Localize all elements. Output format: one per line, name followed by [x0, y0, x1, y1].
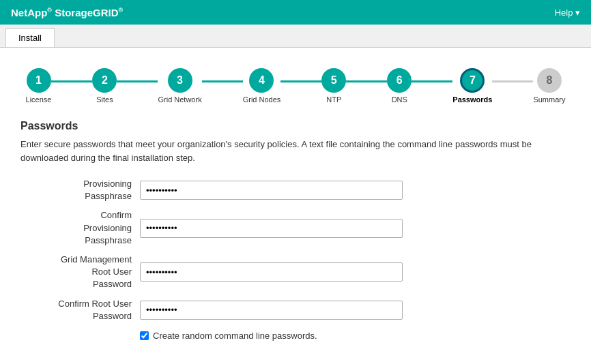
provisioning-passphrase-label: ProvisioningPassphrase: [20, 178, 140, 202]
step-7-label: Passwords: [452, 95, 492, 104]
step-8: 8 Summary: [533, 68, 565, 104]
page-title: Passwords: [20, 120, 571, 132]
confirm-root-password-input[interactable]: [140, 301, 403, 320]
connector-5-6: [346, 80, 387, 82]
connector-6-7: [412, 80, 452, 82]
netapp-reg: ®: [47, 7, 52, 14]
confirm-root-password-row: Confirm Root UserPassword: [20, 298, 571, 322]
step-3-circle: 3: [168, 68, 192, 93]
grid-management-password-input[interactable]: [140, 262, 403, 282]
connector-7-8: [492, 80, 533, 82]
header: NetApp® StorageGRID® Help: [0, 0, 591, 25]
step-2: 2 Sites: [92, 68, 117, 104]
step-2-label: Sites: [96, 95, 113, 104]
step-4: 4 Grid Nodes: [243, 68, 281, 104]
step-3: 3 Grid Network: [158, 68, 201, 104]
step-1-label: License: [26, 95, 52, 104]
step-6-label: DNS: [392, 95, 407, 104]
step-5-label: NTP: [326, 95, 341, 104]
storagegrid-reg: ®: [118, 7, 123, 14]
random-passwords-label[interactable]: Create random command line passwords.: [153, 331, 317, 341]
step-3-label: Grid Network: [158, 95, 201, 104]
step-8-circle: 8: [537, 68, 562, 93]
step-7-circle: 7: [460, 68, 485, 93]
step-4-circle: 4: [249, 68, 274, 93]
random-passwords-checkbox[interactable]: [140, 331, 149, 340]
grid-management-password-label: Grid ManagementRoot UserPassword: [20, 254, 140, 291]
confirm-provisioning-passphrase-input[interactable]: [140, 219, 403, 238]
step-6: 6 DNS: [387, 68, 412, 104]
confirm-provisioning-passphrase-row: ConfirmProvisioningPassphrase: [20, 209, 571, 247]
connector-3-4: [202, 80, 243, 82]
tab-install[interactable]: Install: [5, 28, 55, 47]
step-2-circle: 2: [92, 68, 117, 93]
confirm-provisioning-passphrase-label: ConfirmProvisioningPassphrase: [20, 209, 140, 247]
confirm-root-password-label: Confirm Root UserPassword: [20, 298, 140, 322]
random-passwords-checkbox-row: Create random command line passwords.: [140, 331, 571, 341]
provisioning-passphrase-input[interactable]: [140, 181, 403, 200]
step-1-circle: 1: [27, 68, 51, 93]
step-8-label: Summary: [533, 95, 565, 104]
help-menu[interactable]: Help: [555, 7, 580, 18]
connector-1-2: [51, 80, 92, 82]
step-1: 1 License: [26, 68, 52, 104]
main-content: 1 License 2 Sites 3 Grid Network 4 Grid …: [0, 48, 591, 354]
page-description: Enter secure passwords that meet your or…: [20, 138, 571, 164]
grid-management-password-row: Grid ManagementRoot UserPassword: [20, 254, 571, 291]
step-5: 5 NTP: [321, 68, 346, 104]
provisioning-passphrase-row: ProvisioningPassphrase: [20, 178, 571, 202]
passwords-form: ProvisioningPassphrase ConfirmProvisioni…: [20, 178, 571, 341]
connector-4-5: [280, 80, 321, 82]
app-title: NetApp® StorageGRID®: [11, 7, 123, 18]
tab-bar: Install: [0, 25, 591, 48]
step-7: 7 Passwords: [452, 68, 492, 104]
step-4-label: Grid Nodes: [243, 95, 281, 104]
wizard-steps: 1 License 2 Sites 3 Grid Network 4 Grid …: [20, 61, 571, 104]
connector-2-3: [117, 80, 158, 82]
step-5-circle: 5: [321, 68, 346, 93]
step-6-circle: 6: [387, 68, 412, 93]
